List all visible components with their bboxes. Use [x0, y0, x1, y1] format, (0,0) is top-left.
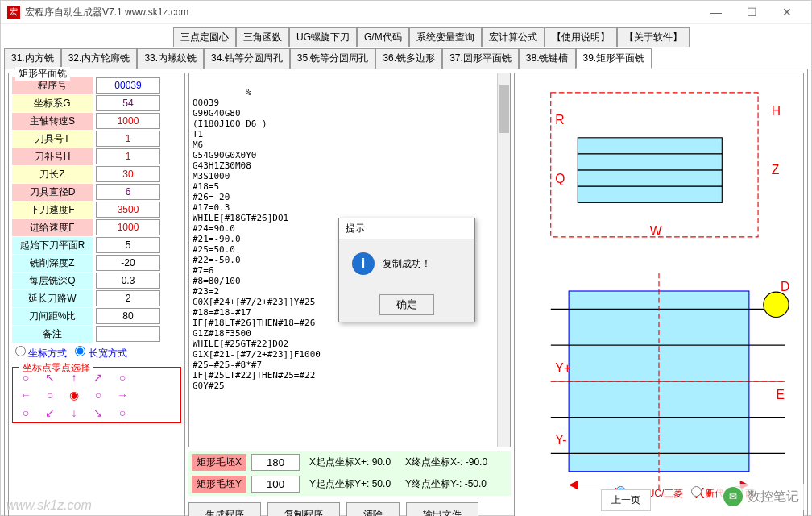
minimize-button[interactable]: —	[698, 1, 734, 23]
param-label: 主轴转速S	[12, 113, 93, 130]
svg-point-16	[764, 292, 789, 317]
maximize-button[interactable]: ☐	[734, 1, 769, 23]
zero-point-select: 坐标点零点选择 ○↖↑↗○ ←○◉○→ ○↙↓↘○	[12, 367, 181, 423]
radio-coord-mode[interactable]: 坐标方式	[15, 346, 67, 360]
param-input[interactable]	[96, 95, 160, 111]
clear-button[interactable]: 清除	[346, 502, 400, 516]
svg-marker-26	[569, 481, 578, 489]
param-input[interactable]	[96, 202, 160, 218]
tab-top[interactable]: 三角函数	[236, 27, 289, 47]
tab-top[interactable]: 【关于软件】	[617, 27, 690, 47]
arrow-se[interactable]: ○	[119, 406, 126, 419]
param-label: 延长刀路W	[12, 290, 93, 307]
generate-button[interactable]: 生成程序	[188, 502, 261, 516]
svg-text:W: W	[650, 224, 662, 238]
close-button[interactable]: ✕	[769, 1, 805, 23]
param-label: 下刀速度F	[12, 202, 93, 218]
coord-ye: Y终点坐标Y-: -50.0	[400, 476, 491, 493]
svg-text:Y-: Y-	[555, 433, 566, 447]
param-label: 起始下刀平面R	[12, 237, 93, 254]
tab-top[interactable]: 三点定圆心	[173, 27, 236, 47]
wechat-icon: ✉	[723, 487, 743, 506]
blank-x-label: 矩形毛坯X	[192, 454, 246, 471]
svg-rect-1	[578, 138, 722, 154]
titlebar: 宏 宏程序自动生成器V7.1 www.sk1z.com — ☐ ✕	[1, 1, 811, 24]
arrow-ne[interactable]: ○	[119, 371, 126, 384]
pager-button[interactable]: 上一页	[601, 489, 651, 511]
arrow-center[interactable]: ◉	[69, 389, 79, 402]
param-input[interactable]	[96, 148, 160, 164]
dialog-title: 提示	[339, 218, 474, 239]
diagram-panel: R H Z Q W D Y+ Y-	[514, 73, 804, 516]
param-input[interactable]	[96, 131, 160, 147]
tab-top[interactable]: 宏计算公式	[482, 27, 545, 47]
param-input[interactable]	[96, 166, 160, 182]
svg-text:Q: Q	[555, 172, 565, 185]
param-input[interactable]	[96, 113, 160, 129]
message-dialog: 提示 i 复制成功！ 确定	[338, 218, 475, 322]
tab-bottom[interactable]: 36.铣多边形	[375, 48, 442, 69]
svg-text:H: H	[772, 104, 781, 118]
param-label: 每层铣深Q	[12, 273, 93, 289]
coord-ys: Y起点坐标Y+: 50.0	[304, 476, 396, 493]
radio-lw-mode[interactable]: 长宽方式	[75, 346, 126, 360]
tab-bottom[interactable]: 39.矩形平面铣	[576, 48, 652, 69]
blank-y-input[interactable]	[251, 476, 300, 493]
param-label: 刀间距%比	[12, 308, 93, 325]
tab-bottom[interactable]: 38.铣键槽	[519, 48, 576, 69]
svg-text:R: R	[555, 113, 564, 127]
svg-rect-4	[578, 186, 722, 202]
tab-top[interactable]: 系统变量查询	[409, 27, 482, 47]
tab-bottom[interactable]: 34.钻等分圆周孔	[204, 48, 290, 69]
param-label: 刀补号H	[12, 148, 93, 165]
param-label: 刀具号T	[12, 131, 93, 148]
blank-y-label: 矩形毛坯Y	[192, 476, 246, 493]
output-button[interactable]: 输出文件	[406, 502, 478, 516]
param-fieldset: 矩形平面铣 程序号坐标系G主轴转速S刀具号T刀补号H刀长Z刀具直径D下刀速度F进…	[8, 73, 185, 516]
param-input[interactable]	[96, 273, 160, 289]
blank-inputs: 矩形毛坯X X起点坐标X+: 90.0 X终点坐标X-: -90.0 矩形毛坯Y…	[188, 451, 511, 496]
window-title: 宏程序自动生成器V7.1 www.sk1z.com	[25, 6, 188, 19]
coord-xs: X起点坐标X+: 90.0	[304, 454, 396, 471]
param-input[interactable]	[96, 308, 160, 324]
svg-text:Y+: Y+	[555, 361, 571, 375]
tab-bottom[interactable]: 35.铣等分圆周孔	[290, 48, 376, 69]
dialog-message: 复制成功！	[383, 257, 431, 271]
tab-top[interactable]: G/M代码	[357, 27, 409, 47]
param-input[interactable]	[96, 255, 160, 271]
param-input[interactable]	[96, 184, 160, 200]
svg-text:Z: Z	[772, 163, 780, 177]
param-label: 刀具直径D	[12, 184, 93, 201]
tab-top[interactable]: UG螺旋下刀	[289, 27, 357, 47]
param-label: 刀长Z	[12, 166, 93, 183]
tab-bottom[interactable]: 33.内螺纹铣	[137, 48, 204, 69]
footer-watermark: www.sk1z.com	[6, 498, 92, 513]
param-input[interactable]	[96, 326, 160, 342]
tab-bottom[interactable]: 32.内方轮廓铣	[61, 48, 138, 69]
param-input[interactable]	[96, 77, 160, 94]
dialog-ok-button[interactable]: 确定	[379, 294, 434, 315]
tabs-bottom: 31.内方铣32.内方轮廓铣33.内螺纹铣34.钻等分圆周孔35.铣等分圆周孔3…	[4, 48, 808, 69]
param-input[interactable]	[96, 237, 160, 253]
tab-bottom[interactable]: 37.圆形平面铣	[442, 48, 519, 69]
svg-rect-2	[578, 154, 722, 170]
svg-text:E: E	[776, 388, 784, 402]
app-icon: 宏	[7, 6, 20, 19]
scrollbar[interactable]	[497, 73, 510, 447]
param-input[interactable]	[96, 290, 160, 306]
footer-brand: ✉ 数控笔记	[717, 484, 806, 510]
tab-bottom[interactable]: 31.内方铣	[4, 48, 61, 69]
tab-top[interactable]: 【使用说明】	[545, 27, 617, 47]
fieldset-legend: 矩形平面铣	[15, 67, 70, 81]
param-label: 坐标系G	[12, 95, 93, 112]
blank-x-input[interactable]	[251, 454, 300, 471]
zero-legend: 坐标点零点选择	[19, 361, 93, 375]
param-label: 进给速度F	[12, 219, 93, 236]
param-label: 备注	[12, 326, 93, 343]
param-input[interactable]	[96, 219, 160, 235]
arrow-sw[interactable]: ○	[23, 406, 29, 419]
svg-text:D: D	[781, 280, 789, 293]
copy-button[interactable]: 复制程序	[267, 502, 340, 516]
svg-rect-3	[578, 170, 722, 186]
param-label: 铣削深度Z	[12, 255, 93, 272]
